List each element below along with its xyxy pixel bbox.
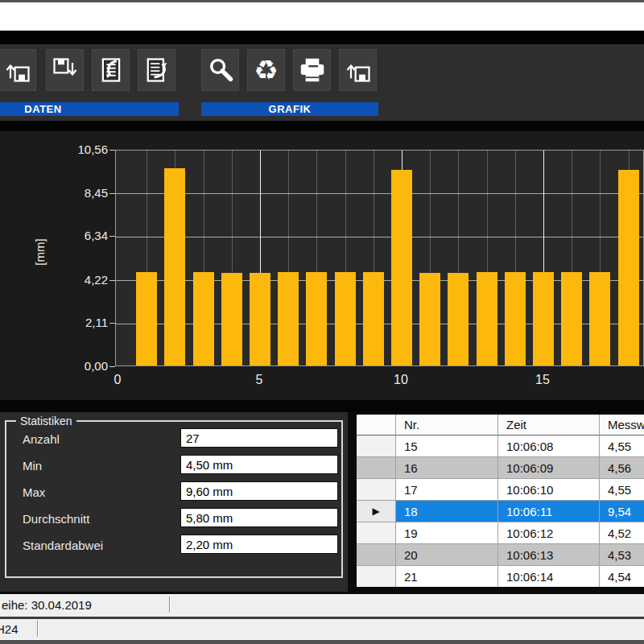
- y-axis-title: [mm]: [33, 227, 49, 277]
- y-tick-mark: [109, 366, 115, 367]
- chart-bar: [136, 272, 157, 365]
- cell-zeit[interactable]: 10:06:13: [498, 544, 600, 566]
- stat-label-standardabwei: Standardabwei: [23, 539, 103, 552]
- cell-messwert[interactable]: 4,52: [600, 522, 644, 544]
- table-row[interactable]: 2010:06:134,53: [357, 544, 644, 566]
- row-selector-header: [357, 415, 396, 436]
- y-tick-mark: [109, 323, 115, 324]
- document-arrow-in-icon: [97, 56, 126, 85]
- y-tick-label: 10,56: [48, 142, 108, 156]
- table-row[interactable]: 1910:06:124,52: [357, 522, 644, 544]
- y-tick-label: 6,34: [48, 229, 108, 242]
- y-gridline: [116, 237, 643, 237]
- table-row[interactable]: 2110:06:144,54: [357, 566, 644, 587]
- chart-bar: [278, 272, 299, 365]
- cell-nr[interactable]: 15: [396, 436, 498, 457]
- stat-label-min: Min: [23, 459, 42, 473]
- stat-label-anzahl: Anzahl: [23, 432, 60, 446]
- floppy-arrow-up-icon: [3, 56, 32, 85]
- print-graphic-button[interactable]: [293, 49, 331, 91]
- cell-nr[interactable]: 20: [396, 544, 498, 566]
- cell-messwert[interactable]: 4,54: [600, 566, 644, 587]
- row-selector-cell[interactable]: [357, 522, 396, 544]
- row-selector-cell[interactable]: ▶: [357, 501, 396, 522]
- cell-nr[interactable]: 19: [396, 522, 498, 544]
- x-tick-label: 10: [383, 373, 419, 387]
- toolbar: ♻ DATEN: [0, 44, 644, 121]
- table-header-row: Nr.ZeitMesswe: [357, 415, 644, 436]
- magnifier-icon: [206, 56, 235, 85]
- statistics-groupbox: Statistiken AnzahlMinMaxDurchschnittStan…: [5, 420, 343, 578]
- import-document-button[interactable]: [92, 49, 130, 91]
- table-row[interactable]: ▶1810:06:119,54: [357, 501, 644, 522]
- status-bar-2: H24: [0, 619, 644, 639]
- cell-zeit[interactable]: 10:06:09: [498, 457, 600, 479]
- floppy-arrow-down-icon: [51, 56, 80, 85]
- grafik-label-text: GRAFIK: [269, 103, 312, 115]
- refresh-graphic-button[interactable]: ♻: [247, 49, 285, 91]
- column-header-nr[interactable]: Nr.: [396, 415, 498, 436]
- cell-messwert[interactable]: 4,55: [600, 436, 644, 457]
- window-bottom-edge: [0, 639, 644, 644]
- status-date-text: eihe: 30.04.2019: [2, 594, 92, 617]
- cell-zeit[interactable]: 10:06:10: [498, 479, 600, 501]
- load-data-button[interactable]: [0, 49, 36, 91]
- chart-bar: [391, 170, 412, 365]
- cell-nr[interactable]: 17: [396, 479, 498, 501]
- cell-messwert[interactable]: 4,56: [600, 457, 644, 479]
- chart-bar: [250, 273, 270, 365]
- chart-bar: [306, 272, 327, 365]
- y-tick-mark: [109, 280, 115, 281]
- chart-bar: [363, 272, 384, 365]
- recycle-icon: ♻: [254, 56, 278, 84]
- y-tick-label: 8,45: [48, 186, 108, 200]
- floppy-arrow-up-icon: [344, 56, 373, 85]
- cell-messwert[interactable]: 4,55: [600, 479, 644, 501]
- document-arrow-out-icon: [142, 56, 171, 85]
- table-row[interactable]: 1710:06:104,55: [357, 479, 644, 501]
- y-tick-mark: [109, 150, 115, 151]
- row-selector-cell[interactable]: [357, 457, 396, 479]
- cell-zeit[interactable]: 10:06:14: [498, 566, 600, 587]
- cell-zeit[interactable]: 10:06:12: [498, 522, 600, 544]
- divider: [0, 31, 644, 44]
- chart-bar: [419, 273, 440, 365]
- row-selector-cell[interactable]: [357, 544, 396, 566]
- x-tick-label: 5: [242, 373, 277, 387]
- title-bar: [0, 2, 644, 31]
- cell-nr[interactable]: 21: [396, 566, 498, 587]
- y-tick-label: 0,00: [48, 359, 108, 373]
- save-data-button[interactable]: [46, 49, 84, 91]
- cell-messwert[interactable]: 9,54: [600, 501, 644, 522]
- plot-area: [115, 150, 644, 366]
- stat-input-anzahl[interactable]: [180, 428, 338, 448]
- export-document-button[interactable]: [138, 49, 175, 91]
- stat-input-max[interactable]: [180, 481, 338, 501]
- row-selector-cell[interactable]: [357, 479, 396, 501]
- y-gridline: [116, 193, 643, 194]
- stat-input-standardabwei[interactable]: [180, 535, 338, 554]
- cell-zeit[interactable]: 10:06:11: [498, 501, 600, 522]
- cell-messwert[interactable]: 4,53: [600, 544, 644, 566]
- zoom-graphic-button[interactable]: [201, 49, 239, 91]
- column-header-messwe[interactable]: Messwe: [600, 415, 644, 436]
- save-graphic-button[interactable]: [339, 49, 377, 91]
- column-header-zeit[interactable]: Zeit: [498, 415, 600, 436]
- printer-icon: [297, 55, 328, 85]
- cell-nr[interactable]: 16: [396, 457, 498, 479]
- divider: [0, 400, 644, 412]
- table-row[interactable]: 1510:06:084,55: [357, 436, 644, 457]
- toolbar-group-grafik-label: GRAFIK: [201, 102, 378, 116]
- stat-input-min[interactable]: [180, 455, 338, 474]
- chart-bar: [193, 272, 214, 365]
- row-selector-cell[interactable]: [357, 566, 396, 587]
- cell-nr[interactable]: 18: [396, 501, 498, 522]
- cell-zeit[interactable]: 10:06:08: [498, 436, 600, 457]
- stat-input-durchschnitt[interactable]: [180, 508, 338, 527]
- chart-bar: [505, 272, 526, 365]
- status-device-text: H24: [0, 619, 19, 639]
- chart-bar: [164, 168, 185, 365]
- table-row[interactable]: 1610:06:094,56: [357, 457, 644, 479]
- stat-label-max: Max: [23, 485, 45, 499]
- row-selector-cell[interactable]: [357, 436, 396, 457]
